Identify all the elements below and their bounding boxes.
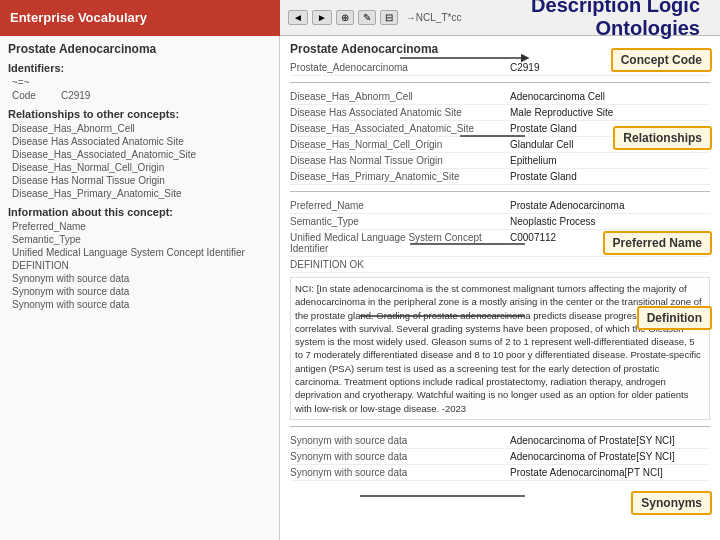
row-key: Synonym with source data — [290, 435, 510, 446]
add-button[interactable]: ⊕ — [336, 10, 354, 25]
left-item[interactable]: Disease Has Normal Tissue Origin — [8, 174, 271, 187]
callout-definition: Definition — [637, 306, 712, 330]
row-key: Disease_Has_Abnorm_Cell — [290, 91, 510, 102]
table-row: Synonym with source data Prostate Adenoc… — [290, 465, 710, 481]
identifiers-heading: Identifiers: — [8, 62, 271, 74]
relationships-heading: Relationships to other concepts: — [8, 108, 271, 120]
table-row: Synonym with source data Adenocarcinoma … — [290, 433, 710, 449]
left-item[interactable]: Disease_Has_Normal_Cell_Origin — [8, 161, 271, 174]
row-key: Disease Has Normal Tissue Origin — [290, 155, 510, 166]
row-val: Epithelium — [510, 155, 710, 166]
forward-button[interactable]: ► — [312, 10, 332, 25]
table-row: Preferred_Name Prostate Adenocarcinoma — [290, 198, 710, 214]
info-heading: Information about this concept: — [8, 206, 271, 218]
remove-button[interactable]: ⊟ — [380, 10, 398, 25]
table-row: Disease Has Associated Anatomic Site Mal… — [290, 105, 710, 121]
synonyms-section: Synonym with source data Adenocarcinoma … — [290, 433, 710, 481]
toolbar: ◄ ► ⊕ ✎ ⊟ →NCL_T*cc Description Logic On… — [280, 0, 720, 36]
left-item[interactable]: Synonym with source data — [8, 272, 271, 285]
definition-label-row: DEFINITION OK — [290, 257, 710, 273]
left-item[interactable]: Semantic_Type — [8, 233, 271, 246]
left-item[interactable]: Disease_Has_Abnorm_Cell — [8, 122, 271, 135]
left-item[interactable]: Synonym with source data — [8, 285, 271, 298]
right-panel: Concept Code Relationships Preferred Nam… — [280, 36, 720, 540]
table-row: Semantic_Type Neoplastic Process — [290, 214, 710, 230]
row-key: Unified Medical Language System Concept … — [290, 232, 510, 254]
divider-1 — [290, 82, 710, 83]
row-val: Prostate Adenocarcinoma — [510, 200, 710, 211]
row-val: Prostate Adenocarcinoma[PT NCI] — [510, 467, 710, 478]
row-val: Male Reproductive Site — [510, 107, 710, 118]
row-val: Adenocarcinoma Cell — [510, 91, 710, 102]
app-title: Enterprise Vocabulary — [0, 0, 280, 36]
callout-relationships: Relationships — [613, 126, 712, 150]
definition-placeholder — [510, 259, 710, 270]
left-item[interactable]: Unified Medical Language System Concept … — [8, 246, 271, 259]
edit-button[interactable]: ✎ — [358, 10, 376, 25]
page-title: Description Logic Ontologies — [465, 0, 712, 40]
callout-synonyms: Synonyms — [631, 491, 712, 515]
row-key: Disease_Has_Normal_Cell_Origin — [290, 139, 510, 150]
callout-concept-code: Concept Code — [611, 48, 712, 72]
row-key: Synonym with source data — [290, 451, 510, 462]
left-item[interactable]: Synonym with source data — [8, 298, 271, 311]
back-button[interactable]: ◄ — [288, 10, 308, 25]
left-item[interactable]: Disease_Has_Primary_Anatomic_Site — [8, 187, 271, 200]
left-item[interactable]: Preferred_Name — [8, 220, 271, 233]
callout-preferred-name: Preferred Name — [603, 231, 712, 255]
table-row: Disease_Has_Abnorm_Cell Adenocarcinoma C… — [290, 89, 710, 105]
row-val: Adenocarcinoma of Prostate[SY NCI] — [510, 451, 710, 462]
row-val: Neoplastic Process — [510, 216, 710, 227]
left-concept-title: Prostate Adenocarcinoma — [8, 42, 271, 56]
left-panel: Prostate Adenocarcinoma Identifiers: ~=~… — [0, 36, 280, 540]
row-key: Preferred_Name — [290, 200, 510, 211]
definition-label: DEFINITION OK — [290, 259, 510, 270]
row-key: Semantic_Type — [290, 216, 510, 227]
row-key: Disease_Has_Primary_Anatomic_Site — [290, 171, 510, 182]
row-key: Disease Has Associated Anatomic Site — [290, 107, 510, 118]
concept-code-key: Prostate_Adenocarcinoma — [290, 62, 510, 73]
left-item[interactable]: DEFINITION — [8, 259, 271, 272]
table-row: Synonym with source data Adenocarcinoma … — [290, 449, 710, 465]
left-item[interactable]: Disease Has Associated Anatomic Site — [8, 135, 271, 148]
row-key: Disease_Has_Associated_Anatomic_Site — [290, 123, 510, 134]
left-item[interactable]: Disease_Has_Associated_Anatomic_Site — [8, 148, 271, 161]
row-val: Adenocarcinoma of Prostate[SY NCI] — [510, 435, 710, 446]
table-row: Disease_Has_Primary_Anatomic_Site Prosta… — [290, 169, 710, 185]
definition-text: NCI: [In state adenocarcinoma is the st … — [290, 277, 710, 420]
left-item[interactable]: Code C2919 — [8, 89, 271, 102]
row-val: Prostate Gland — [510, 171, 710, 182]
divider-3 — [290, 426, 710, 427]
divider-2 — [290, 191, 710, 192]
table-row: Disease Has Normal Tissue Origin Epithel… — [290, 153, 710, 169]
row-key: Synonym with source data — [290, 467, 510, 478]
left-item[interactable]: ~=~ — [8, 76, 271, 89]
